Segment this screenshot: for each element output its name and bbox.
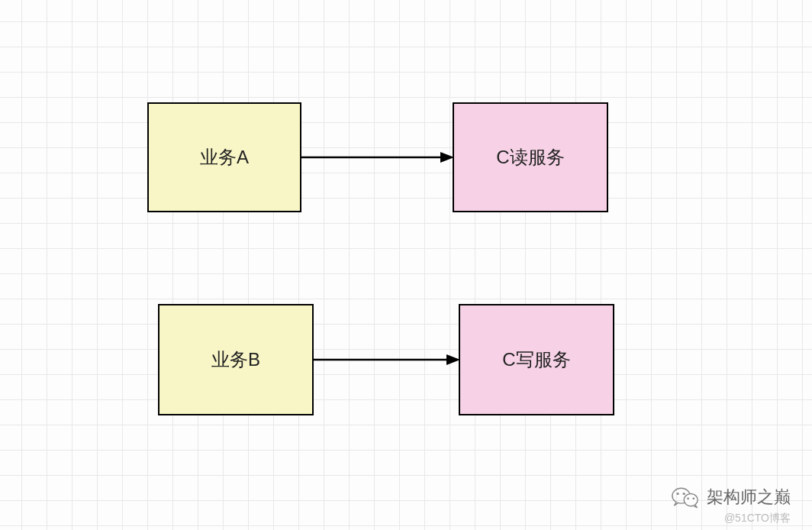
svg-point-6 — [676, 493, 678, 495]
sub-watermark: @51CTO博客 — [724, 512, 791, 525]
svg-marker-3 — [446, 354, 460, 365]
node-business-a-label: 业务A — [200, 145, 249, 170]
svg-point-8 — [687, 497, 689, 499]
node-c-read-service-label: C读服务 — [496, 145, 564, 170]
grid-background — [0, 0, 812, 530]
sub-watermark-text: @51CTO博客 — [724, 512, 791, 524]
node-c-write-service: C写服务 — [459, 304, 614, 415]
svg-point-7 — [683, 493, 685, 495]
wechat-icon — [672, 486, 699, 509]
node-c-write-service-label: C写服务 — [502, 347, 570, 372]
svg-marker-1 — [440, 152, 454, 163]
arrow-b-to-c-write — [314, 352, 460, 367]
watermark-text: 架构师之巅 — [707, 486, 791, 509]
node-c-read-service: C读服务 — [453, 102, 608, 212]
node-business-b: 业务B — [158, 304, 314, 415]
node-business-b-label: 业务B — [211, 347, 260, 372]
watermark: 架构师之巅 — [672, 486, 791, 509]
arrow-a-to-c-read — [301, 150, 454, 165]
node-business-a: 业务A — [147, 102, 301, 212]
svg-point-5 — [684, 494, 698, 506]
svg-point-9 — [692, 497, 694, 499]
